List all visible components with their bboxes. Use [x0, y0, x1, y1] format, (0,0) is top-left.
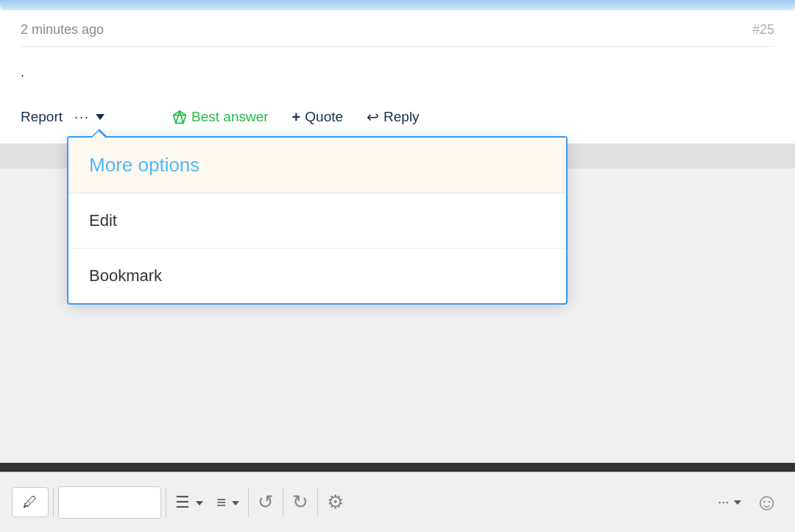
edit-label: Edit: [89, 211, 117, 230]
list-button[interactable]: ≡: [212, 489, 244, 517]
post-content: .: [21, 47, 774, 95]
toolbar-divider-4: [283, 488, 283, 517]
post-area: 2 minutes ago #25 . Report ··· More opti…: [0, 10, 795, 143]
toolbar-divider-2: [166, 488, 166, 517]
align-button[interactable]: ☰: [171, 489, 208, 517]
dropdown-arrow-fill: [91, 131, 107, 139]
reply-label: Reply: [384, 109, 420, 125]
dropdown-item-bookmark[interactable]: Bookmark: [68, 249, 566, 303]
chevron-down-icon: [96, 114, 105, 120]
undo-button[interactable]: ↺: [253, 486, 278, 518]
pen-icon: 🖊: [23, 494, 38, 510]
best-answer-button[interactable]: Best answer: [160, 103, 280, 131]
more-dots: ···: [74, 110, 90, 125]
post-body-text: .: [21, 65, 24, 79]
dropdown-title: More options: [89, 154, 199, 176]
bookmark-label: Bookmark: [89, 266, 162, 285]
diamond-icon: [172, 110, 187, 124]
post-meta: 2 minutes ago #25: [21, 10, 774, 47]
top-decorative-bar: [0, 0, 795, 10]
align-icon: ☰: [175, 493, 190, 511]
more-toolbar-chevron: [734, 500, 741, 505]
post-actions-bar: Report ··· More options Edit Bookmark: [21, 95, 774, 143]
settings-button[interactable]: ⚙: [322, 486, 348, 518]
more-toolbar-button[interactable]: ···: [713, 490, 746, 514]
more-options-button[interactable]: ···: [74, 104, 116, 131]
report-label: Report: [21, 109, 63, 125]
toolbar-divider-5: [317, 488, 318, 517]
emoji-button[interactable]: ☺: [750, 484, 783, 520]
best-answer-label: Best answer: [191, 109, 269, 125]
more-options-container: ··· More options Edit Bookmark: [74, 104, 116, 131]
more-toolbar-dots: ···: [718, 494, 729, 509]
toolbar-top-border: [0, 463, 795, 472]
bottom-toolbar: 🖊 ☰ ≡ ↺ ↻ ⚙ ··· ☺: [0, 472, 795, 532]
redo-icon: ↻: [292, 491, 308, 513]
list-icon: ≡: [216, 493, 226, 511]
undo-icon: ↺: [258, 491, 274, 513]
toolbar-divider-1: [53, 488, 54, 517]
pen-tool-button[interactable]: 🖊: [12, 487, 49, 517]
quote-label: Quote: [305, 109, 343, 125]
redo-button[interactable]: ↻: [288, 486, 313, 518]
list-chevron-icon: [232, 501, 239, 506]
report-button[interactable]: Report: [21, 103, 74, 131]
reply-button[interactable]: ↩ Reply: [355, 102, 431, 132]
plus-icon: +: [292, 109, 301, 126]
gear-icon: ⚙: [327, 491, 344, 513]
reply-arrow-icon: ↩: [367, 108, 379, 126]
quote-button[interactable]: + Quote: [280, 103, 355, 132]
emoji-icon: ☺: [755, 489, 779, 515]
post-number: #25: [752, 22, 774, 38]
text-format-area[interactable]: [58, 486, 161, 519]
post-timestamp: 2 minutes ago: [21, 22, 104, 38]
more-options-dropdown: More options Edit Bookmark: [67, 136, 568, 305]
dropdown-header: More options: [68, 138, 566, 194]
toolbar-divider-3: [248, 488, 249, 517]
dropdown-item-edit[interactable]: Edit: [68, 194, 566, 249]
align-chevron-icon: [196, 501, 203, 506]
